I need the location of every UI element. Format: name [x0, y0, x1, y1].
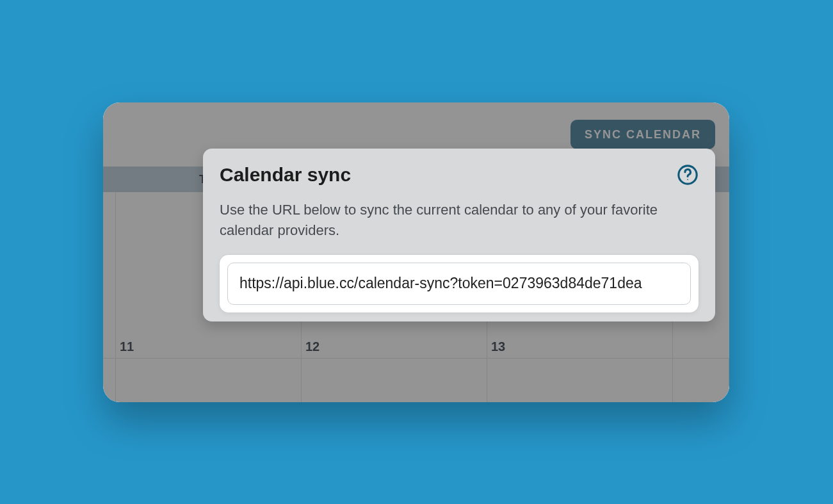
- sync-url-container: [220, 255, 699, 313]
- calendar-sync-popover: Calendar sync Use the URL below to sync …: [203, 149, 715, 321]
- popover-title: Calendar sync: [220, 164, 351, 186]
- popover-description: Use the URL below to sync the current ca…: [220, 200, 699, 241]
- help-icon[interactable]: [677, 164, 699, 186]
- sync-url-input[interactable]: [227, 263, 691, 305]
- svg-point-1: [687, 179, 688, 181]
- popover-header: Calendar sync: [220, 164, 699, 186]
